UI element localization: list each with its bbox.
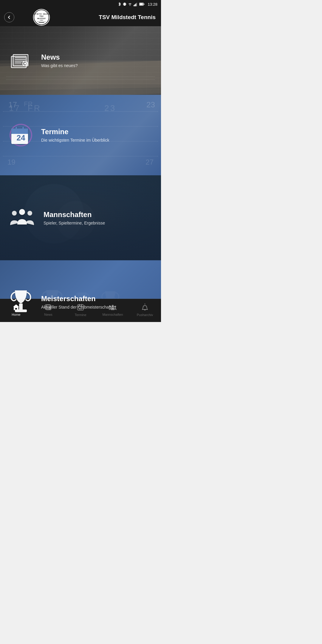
- mannschaften-subtitle: Spieler, Spieltermine, Ergebnisse: [44, 221, 152, 225]
- svg-text:TSV: TSV: [39, 15, 44, 17]
- news-section[interactable]: News Was gibt es neues?: [0, 26, 161, 95]
- vibrate-icon: [123, 2, 126, 6]
- svg-rect-10: [140, 3, 143, 5]
- svg-rect-41: [19, 304, 23, 309]
- signal-icon: [134, 2, 138, 6]
- meisterschaften-section[interactable]: Meisterschaften Aktueller Stand der Club…: [0, 260, 161, 322]
- svg-rect-29: [16, 127, 17, 131]
- termine-title: Termine: [41, 128, 152, 136]
- svg-rect-9: [144, 4, 145, 5]
- mannschaften-section[interactable]: Mannschaften Spieler, Spieltermine, Erge…: [0, 175, 161, 260]
- mannschaften-content: Mannschaften Spieler, Spieltermine, Erge…: [0, 175, 161, 260]
- back-button[interactable]: [4, 12, 14, 22]
- news-title: News: [41, 53, 152, 61]
- svg-text:1963: 1963: [40, 19, 43, 21]
- termine-subtitle: Die wichtigsten Termine im Überblick: [41, 138, 152, 143]
- termine-section[interactable]: 17 FR 23 19 27: [0, 95, 161, 175]
- meisterschaften-subtitle: Aktueller Stand der Clubmeisterschaften: [41, 305, 152, 309]
- app-logo: SPORT IM TSV · MILDSTEDT TSV MILDSTEDT 1…: [33, 9, 50, 26]
- svg-point-33: [12, 211, 17, 216]
- meisterschaften-text: Meisterschaften Aktueller Stand der Club…: [41, 295, 152, 309]
- svg-point-3: [130, 5, 130, 6]
- svg-rect-1: [123, 3, 124, 5]
- status-time: 13:28: [148, 2, 157, 7]
- svg-rect-7: [136, 3, 137, 6]
- svg-rect-5: [134, 4, 135, 6]
- meisterschaften-content: Meisterschaften Aktueller Stand der Club…: [0, 260, 161, 322]
- svg-rect-4: [134, 5, 134, 6]
- app-header: SPORT IM TSV · MILDSTEDT TSV MILDSTEDT 1…: [0, 8, 161, 26]
- news-text: News Was gibt es neues?: [41, 53, 152, 68]
- mannschaften-icon: [9, 207, 35, 229]
- news-subtitle: Was gibt es neues?: [41, 63, 152, 68]
- termine-text: Termine Die wichtigsten Termine im Überb…: [41, 128, 152, 143]
- svg-text:24: 24: [17, 133, 25, 142]
- status-bar: 13:28: [0, 0, 161, 8]
- svg-rect-30: [22, 127, 24, 131]
- mannschaften-text: Mannschaften Spieler, Spieltermine, Erge…: [44, 210, 152, 225]
- svg-point-32: [19, 209, 25, 215]
- battery-icon: [139, 2, 145, 6]
- news-content: News Was gibt es neues?: [0, 26, 161, 95]
- status-icons: [118, 2, 145, 6]
- bluetooth-icon: [118, 2, 121, 6]
- meister-icon: [9, 288, 33, 316]
- svg-rect-0: [124, 3, 126, 6]
- svg-rect-2: [126, 3, 126, 5]
- news-icon: [9, 48, 33, 73]
- termine-content: 24 Termine Die wichtigsten Termine im Üb…: [0, 95, 161, 175]
- svg-point-25: [24, 63, 26, 64]
- svg-rect-42: [15, 309, 27, 312]
- svg-text:SPORT IM TSV · MILDSTEDT: SPORT IM TSV · MILDSTEDT: [33, 13, 50, 15]
- mannschaften-title: Mannschaften: [44, 210, 152, 219]
- svg-rect-6: [135, 4, 136, 6]
- app-title: TSV Mildstedt Tennis: [54, 14, 157, 21]
- wifi-icon: [128, 2, 132, 6]
- svg-point-34: [27, 211, 32, 216]
- meisterschaften-title: Meisterschaften: [41, 295, 152, 303]
- termine-icon: 24: [9, 123, 33, 147]
